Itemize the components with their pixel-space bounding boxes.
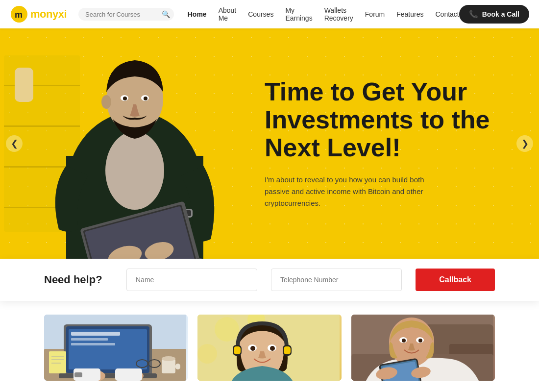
- search-bar: 🔍: [78, 8, 174, 21]
- need-help-label: Need help?: [44, 273, 113, 286]
- nav-item-contact[interactable]: Contact: [436, 10, 459, 18]
- need-help-section: Need help? Callback: [0, 259, 539, 301]
- card-1-svg: [44, 315, 186, 381]
- search-input[interactable]: [85, 11, 159, 18]
- nav-item-home[interactable]: Home: [188, 10, 207, 18]
- card-2-svg: [197, 315, 340, 381]
- svg-point-26: [144, 97, 147, 100]
- cards-section: [0, 301, 539, 392]
- card-1: [44, 315, 188, 381]
- svg-rect-74: [284, 346, 291, 354]
- svg-rect-73: [234, 346, 241, 354]
- nav-item-earnings[interactable]: My Earnings: [285, 6, 312, 22]
- svg-rect-41: [71, 332, 120, 336]
- svg-text:m: m: [15, 10, 23, 20]
- nav-item-courses[interactable]: Courses: [248, 10, 273, 18]
- svg-rect-42: [71, 338, 108, 341]
- svg-point-70: [270, 346, 275, 351]
- hero-section: Time to Get Your Investments to the Next…: [0, 28, 539, 259]
- svg-rect-52: [175, 364, 180, 369]
- card-2: [197, 315, 341, 381]
- hero-content: Time to Get Your Investments to the Next…: [265, 78, 500, 209]
- callback-button[interactable]: Callback: [416, 269, 495, 291]
- logo-icon: m: [10, 5, 28, 24]
- person-svg: [39, 38, 230, 259]
- svg-rect-48: [115, 368, 142, 381]
- nav-item-about[interactable]: About Me: [219, 6, 237, 22]
- nav-item-forum[interactable]: Forum: [365, 10, 385, 18]
- main-nav: Home About Me Courses My Earnings Wallet…: [188, 6, 459, 22]
- search-icon: 🔍: [162, 10, 170, 18]
- name-input[interactable]: [126, 269, 257, 291]
- carousel-next-button[interactable]: ❯: [516, 135, 533, 152]
- card-3-svg: [351, 315, 493, 381]
- phone-input[interactable]: [271, 269, 402, 291]
- svg-point-19: [105, 131, 164, 210]
- header: m monyxi 🔍 Home About Me Courses My Earn…: [0, 0, 539, 28]
- nav-item-features[interactable]: Features: [396, 10, 423, 18]
- hero-person: [29, 38, 240, 259]
- hero-subtitle: I'm about to reveal to you how you can b…: [265, 174, 441, 209]
- logo-text: monyxi: [30, 8, 67, 21]
- nav-item-wallets[interactable]: Wallets Recovery: [324, 6, 353, 22]
- svg-point-51: [162, 356, 175, 361]
- svg-rect-49: [74, 372, 82, 377]
- phone-icon: 📞: [469, 10, 478, 19]
- svg-rect-43: [71, 343, 115, 345]
- carousel-prev-button[interactable]: ❮: [6, 135, 23, 152]
- svg-point-22: [101, 95, 111, 109]
- svg-point-82: [402, 339, 406, 343]
- svg-point-68: [250, 346, 255, 351]
- logo[interactable]: m monyxi: [10, 5, 67, 24]
- svg-point-84: [418, 339, 422, 343]
- hero-title: Time to Get Your Investments to the Next…: [265, 78, 500, 162]
- svg-point-24: [123, 97, 127, 100]
- svg-rect-56: [49, 351, 66, 373]
- book-call-button[interactable]: 📞 Book a Call: [459, 5, 529, 24]
- card-3: [351, 315, 495, 381]
